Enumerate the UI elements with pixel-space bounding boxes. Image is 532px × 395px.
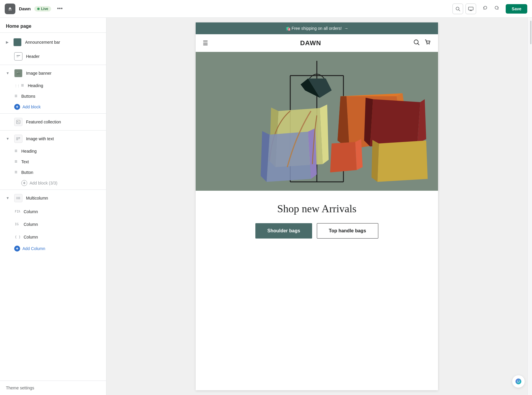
add-column-button[interactable]: + Add Column [0,243,106,254]
store-header-action-icons [413,39,431,47]
desktop-preview-button[interactable] [466,4,476,14]
store-header-preview: ☰ DAWN [196,34,438,52]
sidebar-item-image-banner[interactable]: ▼ Image banner [0,66,106,80]
column-1-label: Column [24,209,38,214]
svg-rect-35 [19,197,20,199]
banner-image-preview [196,52,438,191]
drag-handle-icon [14,94,18,99]
chevron-down-icon: ▼ [6,71,9,75]
heading-label: Heading [28,83,43,88]
svg-marker-57 [370,99,420,146]
svg-rect-8 [17,56,19,57]
svg-rect-23 [18,139,20,139]
preview-area: 🛍️ Free shipping on all orders! → ☰ DAWN [106,18,527,395]
announcement-bar-icon [13,38,22,46]
add-block-label: Add block [22,105,40,109]
add-column-circle-icon: + [14,246,20,252]
header-icon [14,52,22,61]
sidebar-item-buttons[interactable]: Buttons [0,91,106,102]
svg-line-3 [459,10,460,11]
add-circle-disabled-icon: + [21,180,27,186]
chevron-down-icon: ▼ [6,196,9,200]
svg-rect-4 [468,7,473,10]
more-menu-button[interactable]: ••• [55,4,65,13]
sidebar-item-image-with-text[interactable]: ▼ Image with text [0,132,106,146]
sidebar-item-multicolumn[interactable]: ▼ Multicolumn [0,191,106,205]
svg-text:IG: IG [15,222,19,226]
sidebar-item-header[interactable]: Header [0,49,106,63]
sidebar-item-button[interactable]: Button [0,167,106,178]
shop-title: Shop new Arrivals [203,203,431,215]
svg-rect-34 [18,197,19,199]
top-handle-bags-button[interactable]: Top handle bags [317,223,378,239]
header-label: Header [26,54,40,59]
store-cart-icon[interactable] [424,39,431,47]
sidebar-item-announcement-bar[interactable]: ▶ Announcement bar [0,35,106,49]
page-title: Home page [0,18,106,33]
image-banner-label: Image banner [26,71,51,76]
add-block-disabled-label: Add block (3/3) [30,181,57,185]
sidebar-item-text[interactable]: Text [0,156,106,167]
search-button[interactable] [452,4,463,14]
svg-marker-66 [330,142,357,172]
sidebar-item-heading-2[interactable]: Heading [0,146,106,156]
store-search-icon[interactable] [413,39,420,47]
svg-rect-18 [17,120,20,124]
drag-handle-icon [14,159,18,164]
shopify-logo [5,4,15,14]
sidebar-item-column-3[interactable]: { } Column [0,231,106,243]
drag-handle-icon [14,149,18,154]
shoulder-bags-button[interactable]: Shoulder bags [255,223,312,239]
drag-handle-icon [14,170,18,175]
announcement-bar-preview: 🛍️ Free shipping on all orders! → [196,22,438,34]
announcement-text: 🛍️ Free shipping on all orders! [286,26,342,31]
hamburger-menu-icon[interactable]: ☰ [203,40,208,47]
chevron-right-icon: ▶ [6,40,9,44]
buttons-label: Buttons [21,94,35,99]
main-layout: Home page ▶ Announcement bar Header ▼ [0,18,532,395]
svg-text:{ }: { } [15,235,20,239]
svg-rect-22 [18,138,20,139]
chat-bot-button[interactable] [512,375,525,388]
shop-section-preview: Shop new Arrivals Shoulder bags Top hand… [196,191,438,247]
col2-icon: IG [14,221,20,228]
featured-collection-label: Featured collection [26,120,61,124]
redo-button[interactable] [492,4,502,14]
column-2-label: Column [24,222,38,227]
save-button[interactable]: Save [506,4,527,14]
sidebar-item-column-1[interactable]: FIN Column [0,205,106,218]
button-label: Button [21,170,33,175]
text-label: Text [21,159,29,164]
svg-point-72 [519,381,520,382]
right-scrollbar-panel [527,18,532,395]
image-banner-icon [14,69,22,77]
banner-bags-illustration [196,52,438,191]
svg-rect-33 [16,197,17,199]
svg-marker-68 [377,141,428,182]
heading-2-label: Heading [21,149,37,154]
theme-settings-link[interactable]: Theme settings [6,386,100,390]
undo-button[interactable] [480,4,490,14]
store-name: Dawn [19,6,31,11]
svg-point-71 [517,381,518,382]
sections-list: ▶ Announcement bar Header ▼ Image banner [0,33,106,381]
shop-buttons: Shoulder bags Top handle bags [203,223,431,239]
image-with-text-label: Image with text [26,136,54,141]
sidebar-item-heading[interactable]: Heading [0,80,106,91]
column-3-label: Column [24,235,38,239]
store-title: DAWN [300,39,321,47]
add-block-button[interactable]: + Add block [0,102,106,112]
sidebar-item-featured-collection[interactable]: Featured collection [0,115,106,129]
announcement-arrow-icon: → [344,26,348,31]
svg-point-41 [427,44,428,45]
undo-redo-group [480,4,502,14]
svg-rect-21 [18,138,20,138]
featured-collection-icon [14,118,22,126]
scrollbar-thumb[interactable] [530,21,531,44]
svg-rect-10 [16,72,20,75]
live-badge: Live [34,6,51,12]
chevron-down-icon: ▼ [6,137,9,141]
sidebar-item-column-2[interactable]: IG Column [0,218,106,231]
sidebar: Home page ▶ Announcement bar Header ▼ [0,18,106,395]
multicolumn-icon [14,194,22,202]
